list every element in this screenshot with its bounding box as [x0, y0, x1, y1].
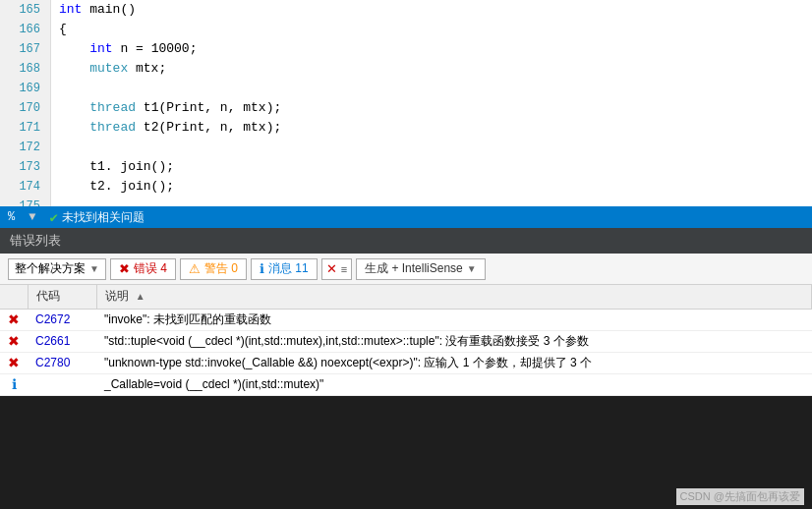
filter-lines-icon: ≡ [341, 263, 347, 275]
info-filter-button[interactable]: ℹ 消息 11 [251, 258, 318, 280]
code-line: 172 [0, 138, 812, 157]
status-bar: % ▼ ✔ 未找到相关问题 [0, 206, 812, 228]
row-code: C2780 [28, 352, 96, 373]
line-content: mutex mtx; [51, 59, 166, 79]
warning-icon: ⚠ [189, 261, 201, 276]
error-row-icon: ✖ [8, 333, 20, 349]
warning-filter-button[interactable]: ⚠ 警告 0 [180, 258, 247, 280]
line-content: t2. join(); [51, 177, 174, 197]
line-content: int main() [51, 0, 136, 20]
row-type-icon: ✖ [0, 309, 28, 330]
row-code [28, 373, 96, 395]
error-count-label: 错误 4 [134, 260, 167, 277]
warning-count-label: 警告 0 [204, 260, 238, 277]
code-line: 170 thread t1(Print, n, mtx); [0, 98, 812, 118]
code-line: 171 thread t2(Print, n, mtx); [0, 118, 812, 138]
line-content: { [51, 20, 67, 39]
code-line: 169 [0, 79, 812, 98]
status-ok-text: 未找到相关问题 [62, 209, 145, 226]
line-content: thread t1(Print, n, mtx); [51, 98, 281, 118]
solution-dropdown[interactable]: 整个解决方案 ▼ [8, 258, 106, 280]
info-count-label: 消息 11 [268, 260, 309, 277]
line-number: 169 [0, 79, 51, 98]
row-type-icon: ℹ [0, 373, 28, 395]
line-number: 166 [0, 20, 51, 39]
info-row-icon: ℹ [12, 376, 17, 392]
line-number: 168 [0, 59, 51, 79]
solution-label: 整个解决方案 [15, 260, 86, 277]
error-table: 代码 说明 ▲ ✖C2672"invoke": 未找到匹配的重载函数✖C2661… [0, 285, 812, 396]
error-table-container: 代码 说明 ▲ ✖C2672"invoke": 未找到匹配的重载函数✖C2661… [0, 285, 812, 396]
filter-clear-button[interactable]: ✕ ≡ [321, 258, 352, 280]
row-description: "unknown-type std::invoke(_Callable &&) … [96, 352, 812, 373]
code-editor[interactable]: 165int main()166{167 int n = 10000;168 m… [0, 0, 812, 206]
line-number: 175 [0, 197, 51, 206]
line-number: 171 [0, 118, 51, 138]
row-type-icon: ✖ [0, 352, 28, 373]
info-icon: ℹ [260, 261, 264, 276]
build-dropdown[interactable]: 生成 + IntelliSense ▼ [356, 258, 486, 280]
line-number: 174 [0, 177, 51, 197]
code-line: 166{ [0, 20, 812, 39]
line-number: 172 [0, 138, 51, 157]
ok-icon: ✔ [49, 209, 57, 226]
watermark: CSDN @先搞面包再该爱 [676, 488, 804, 505]
zoom-level: % [8, 210, 15, 224]
error-row-icon: ✖ [8, 355, 20, 370]
code-line: 174 t2. join(); [0, 177, 812, 197]
error-list-header: 错误列表 [0, 228, 812, 254]
line-number: 170 [0, 98, 51, 118]
table-row[interactable]: ℹ_Callable=void (__cdecl *)(int,std::mut… [0, 373, 812, 395]
row-code: C2672 [28, 309, 96, 330]
col-desc-header[interactable]: 说明 ▲ [96, 285, 812, 309]
filter-icon: ✕ [326, 261, 337, 276]
solution-chevron-icon: ▼ [89, 263, 99, 274]
code-line: 173 t1. join(); [0, 157, 812, 177]
table-row[interactable]: ✖C2780"unknown-type std::invoke(_Callabl… [0, 352, 812, 373]
col-code-header[interactable]: 代码 [28, 285, 96, 309]
code-line: 168 mutex mtx; [0, 59, 812, 79]
code-line: 167 int n = 10000; [0, 39, 812, 59]
row-code: C2661 [28, 330, 96, 352]
line-number: 173 [0, 157, 51, 177]
line-content: t1. join(); [51, 157, 174, 177]
error-icon: ✖ [119, 261, 130, 276]
line-number: 167 [0, 39, 51, 59]
table-row[interactable]: ✖C2661"std::tuple<void (__cdecl *)(int,s… [0, 330, 812, 352]
sort-arrow-icon: ▲ [136, 291, 145, 302]
col-icon-header [0, 285, 28, 309]
line-number: 165 [0, 0, 51, 20]
error-row-icon: ✖ [8, 311, 20, 327]
line-content: int n = 10000; [51, 39, 197, 59]
line-content: thread t2(Print, n, mtx); [51, 118, 281, 138]
build-label: 生成 + IntelliSense [365, 260, 463, 277]
status-ok-area: ✔ 未找到相关问题 [49, 209, 144, 226]
row-description: "std::tuple<void (__cdecl *)(int,std::mu… [96, 330, 812, 352]
error-filter-button[interactable]: ✖ 错误 4 [110, 258, 176, 280]
row-description: "invoke": 未找到匹配的重载函数 [96, 309, 812, 330]
error-list-toolbar: 整个解决方案 ▼ ✖ 错误 4 ⚠ 警告 0 ℹ 消息 11 ✕ ≡ 生成 + … [0, 254, 812, 285]
row-type-icon: ✖ [0, 330, 28, 352]
build-chevron-icon: ▼ [467, 263, 477, 274]
code-line: 175 [0, 197, 812, 206]
row-description: _Callable=void (__cdecl *)(int,std::mute… [96, 373, 812, 395]
error-list-title: 错误列表 [10, 232, 61, 250]
code-line: 165int main() [0, 0, 812, 20]
table-row[interactable]: ✖C2672"invoke": 未找到匹配的重载函数 [0, 309, 812, 330]
